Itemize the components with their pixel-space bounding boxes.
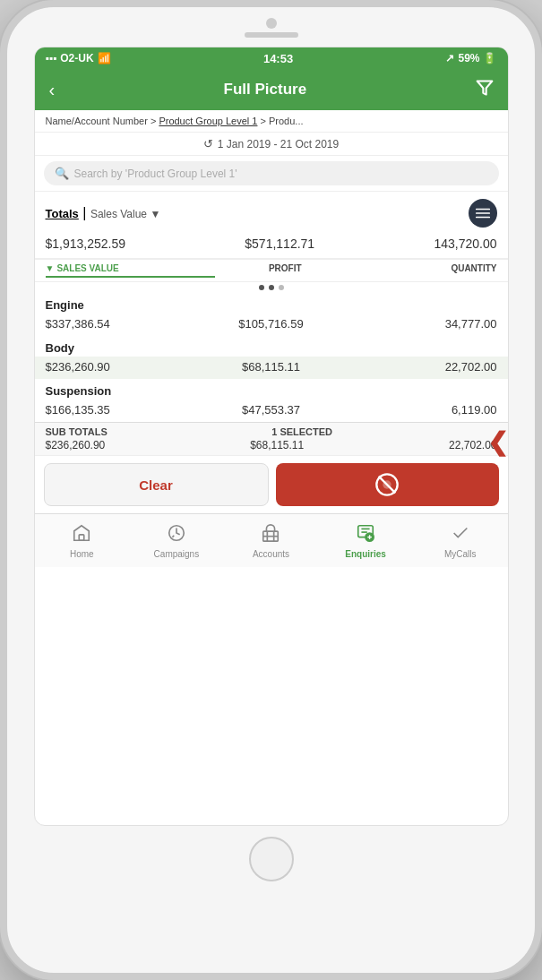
nav-campaigns-label: Campaigns: [154, 549, 200, 559]
totals-values: $1,913,252.59 $571,112.71 143,720.00: [35, 231, 508, 258]
svg-rect-7: [80, 534, 85, 539]
breadcrumb-link[interactable]: Product Group Level 1: [159, 116, 257, 126]
section-title-engine: Engine: [35, 293, 508, 314]
page-title: Full Picture: [224, 81, 307, 99]
sub-totals-label: SUB TOTALS: [46, 426, 108, 437]
col-header-sales[interactable]: ▼ SALES VALUE: [46, 263, 215, 278]
hamburger-icon: [476, 206, 490, 220]
engine-sales: $337,386.54: [46, 317, 196, 331]
svg-rect-1: [476, 209, 490, 211]
action-icon: [374, 472, 400, 497]
battery-icon: 🔋: [483, 52, 496, 64]
pagination-dots: [35, 282, 508, 293]
sub-totals-labels: SUB TOTALS 1 SELECTED: [46, 426, 497, 437]
totals-sublabel[interactable]: Sales Value ▼: [90, 208, 160, 220]
status-right: ↗ 59% 🔋: [445, 52, 496, 64]
svg-point-6: [383, 480, 391, 488]
home-button[interactable]: [249, 837, 294, 881]
sub-totals-bar: SUB TOTALS 1 SELECTED $236,260.90 $68,11…: [35, 422, 508, 455]
back-button[interactable]: ‹: [49, 80, 56, 100]
side-chevron[interactable]: ❮: [487, 427, 508, 457]
section-engine: Engine $337,386.54 $105,716.59 34,777.00: [35, 293, 508, 336]
nav-accounts-label: Accounts: [253, 549, 289, 559]
nav-mycalls[interactable]: MyCalls: [413, 514, 508, 567]
dot-3: [279, 285, 284, 290]
total-profit: $571,112.71: [245, 236, 314, 251]
data-sections: Engine $337,386.54 $105,716.59 34,777.00…: [35, 293, 508, 422]
phone-notch: [7, 7, 535, 38]
suspension-profit: $47,553.37: [196, 403, 347, 417]
status-time: 14:53: [263, 52, 293, 65]
wifi-icon: 📶: [98, 52, 111, 64]
status-bar: ▪▪▪ O2-UK 📶 14:53 ↗ 59% 🔋: [35, 47, 508, 69]
engine-profit: $105,716.59: [196, 317, 347, 331]
clear-button[interactable]: Clear: [44, 463, 269, 506]
breadcrumb: Name/Account Number > Product Group Leve…: [35, 110, 508, 133]
gps-icon: ↗: [445, 52, 454, 64]
sort-arrow: ▼: [46, 263, 55, 273]
status-left: ▪▪▪ O2-UK 📶: [46, 52, 111, 64]
nav-enquiries-label: Enquiries: [345, 549, 386, 559]
phone-camera: [266, 18, 277, 29]
phone-frame: ▪▪▪ O2-UK 📶 14:53 ↗ 59% 🔋 ‹ Full Picture: [0, 0, 542, 980]
totals-sublabel-text: Sales Value: [90, 208, 147, 220]
total-quantity: 143,720.00: [434, 236, 496, 251]
data-row-engine: $337,386.54 $105,716.59 34,777.00: [35, 314, 508, 336]
phone-screen: ▪▪▪ O2-UK 📶 14:53 ↗ 59% 🔋 ‹ Full Picture: [34, 47, 509, 826]
data-row-body[interactable]: $236,260.90 $68,115.11 22,702.00: [35, 357, 508, 379]
sub-totals-values: $236,260.90 $68,115.11 22,702.00: [46, 439, 497, 451]
col-header-profit[interactable]: PROFIT: [215, 263, 357, 278]
totals-header: Totals | Sales Value ▼: [35, 192, 508, 231]
dot-1: [259, 285, 264, 290]
carrier-name: O2-UK: [60, 52, 93, 64]
dot-2: [269, 285, 274, 290]
action-button[interactable]: [276, 463, 499, 506]
filter-button[interactable]: [476, 79, 494, 101]
section-suspension: Suspension $166,135.35 $47,553.37 6,119.…: [35, 379, 508, 422]
nav-home-label: Home: [70, 549, 94, 559]
col-header-quantity[interactable]: QUANTITY: [356, 263, 497, 278]
search-placeholder: Search by 'Product Group Level 1': [74, 168, 237, 180]
breadcrumb-prefix: Name/Account Number >: [46, 116, 159, 126]
action-bar: Clear: [35, 455, 508, 513]
dropdown-chevron: ▼: [150, 208, 160, 220]
body-sales: $236,260.90: [46, 360, 196, 374]
date-range-row: ↺ 1 Jan 2019 - 21 Oct 2019: [35, 133, 508, 156]
svg-rect-3: [476, 217, 490, 219]
nav-enquiries[interactable]: Enquiries: [318, 514, 413, 567]
nav-mycalls-label: MyCalls: [444, 549, 477, 559]
calendar-icon: ↺: [203, 137, 213, 150]
menu-icon-button[interactable]: [469, 199, 497, 228]
header: ‹ Full Picture: [35, 69, 508, 110]
nav-accounts[interactable]: Accounts: [224, 514, 319, 567]
suspension-sales: $166,135.35: [46, 403, 196, 417]
svg-marker-0: [477, 81, 492, 94]
nav-home[interactable]: Home: [35, 514, 130, 567]
section-title-body: Body: [35, 336, 508, 357]
body-quantity: 22,702.00: [347, 360, 497, 374]
signal-bars: ▪▪▪: [46, 52, 57, 64]
section-title-suspension: Suspension: [35, 379, 508, 400]
engine-quantity: 34,777.00: [347, 317, 497, 331]
sub-totals-selected: 1 SELECTED: [271, 426, 332, 437]
section-body: Body $236,260.90 $68,115.11 22,702.00: [35, 336, 508, 379]
column-headers: ▼ SALES VALUE PROFIT QUANTITY: [35, 258, 508, 282]
search-input-box[interactable]: 🔍 Search by 'Product Group Level 1': [44, 161, 499, 185]
search-bar: 🔍 Search by 'Product Group Level 1': [35, 156, 508, 192]
breadcrumb-suffix: > Produ...: [257, 116, 303, 126]
phone-speaker: [245, 32, 298, 38]
accounts-icon: [261, 523, 280, 547]
body-profit: $68,115.11: [196, 360, 347, 374]
nav-campaigns[interactable]: Campaigns: [129, 514, 224, 567]
col-sales-label: SALES VALUE: [56, 263, 118, 273]
total-sales: $1,913,252.59: [46, 236, 126, 251]
totals-label: Totals: [46, 207, 79, 220]
campaigns-icon: [167, 523, 186, 547]
suspension-quantity: 6,119.00: [347, 403, 497, 417]
pipe-separator: |: [82, 205, 90, 220]
enquiries-icon: [356, 523, 375, 547]
mycalls-icon: [451, 523, 470, 547]
date-range-label: 1 Jan 2019 - 21 Oct 2019: [218, 138, 339, 150]
sub-total-sales: $236,260.90: [46, 439, 106, 451]
search-icon: 🔍: [55, 167, 69, 180]
